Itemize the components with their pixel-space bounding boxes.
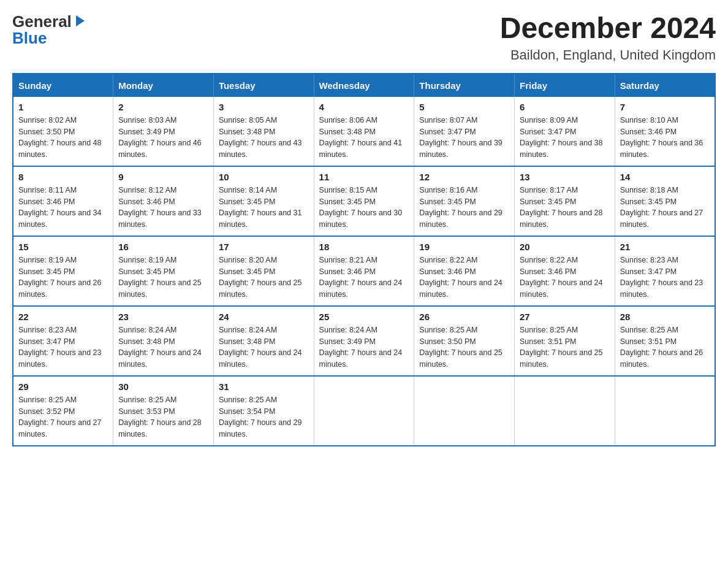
calendar-cell: 29Sunrise: 8:25 AMSunset: 3:52 PMDayligh… (13, 376, 113, 446)
day-info: Sunrise: 8:07 AMSunset: 3:47 PMDaylight:… (419, 115, 509, 161)
calendar-cell (314, 376, 414, 446)
title-section: December 2024 Baildon, England, United K… (500, 12, 716, 63)
column-header-saturday: Saturday (615, 74, 715, 97)
day-info: Sunrise: 8:16 AMSunset: 3:45 PMDaylight:… (419, 185, 509, 231)
calendar-week-row: 15Sunrise: 8:19 AMSunset: 3:45 PMDayligh… (13, 236, 715, 306)
day-info: Sunrise: 8:25 AMSunset: 3:54 PMDaylight:… (219, 394, 309, 440)
calendar-cell: 9Sunrise: 8:12 AMSunset: 3:46 PMDaylight… (113, 166, 214, 236)
location-label: Baildon, England, United Kingdom (500, 47, 716, 63)
day-info: Sunrise: 8:21 AMSunset: 3:46 PMDaylight:… (319, 255, 409, 301)
day-info: Sunrise: 8:22 AMSunset: 3:46 PMDaylight:… (419, 255, 509, 301)
logo-blue-text: Blue (12, 29, 47, 48)
day-number: 19 (419, 242, 509, 252)
day-info: Sunrise: 8:15 AMSunset: 3:45 PMDaylight:… (319, 185, 409, 231)
day-number: 21 (620, 242, 710, 252)
day-info: Sunrise: 8:24 AMSunset: 3:49 PMDaylight:… (319, 324, 409, 370)
column-header-sunday: Sunday (13, 74, 113, 97)
day-info: Sunrise: 8:25 AMSunset: 3:51 PMDaylight:… (520, 324, 610, 370)
day-info: Sunrise: 8:24 AMSunset: 3:48 PMDaylight:… (219, 324, 309, 370)
day-number: 12 (419, 172, 509, 182)
day-number: 17 (219, 242, 309, 252)
day-info: Sunrise: 8:24 AMSunset: 3:48 PMDaylight:… (118, 324, 208, 370)
calendar-cell: 7Sunrise: 8:10 AMSunset: 3:46 PMDaylight… (615, 97, 715, 166)
day-info: Sunrise: 8:06 AMSunset: 3:48 PMDaylight:… (319, 115, 409, 161)
calendar-table: SundayMondayTuesdayWednesdayThursdayFrid… (12, 73, 716, 446)
calendar-cell: 23Sunrise: 8:24 AMSunset: 3:48 PMDayligh… (113, 306, 214, 376)
day-info: Sunrise: 8:18 AMSunset: 3:45 PMDaylight:… (620, 185, 710, 231)
calendar-cell: 22Sunrise: 8:23 AMSunset: 3:47 PMDayligh… (13, 306, 113, 376)
calendar-cell: 4Sunrise: 8:06 AMSunset: 3:48 PMDaylight… (314, 97, 414, 166)
calendar-cell: 15Sunrise: 8:19 AMSunset: 3:45 PMDayligh… (13, 236, 113, 306)
calendar-week-row: 29Sunrise: 8:25 AMSunset: 3:52 PMDayligh… (13, 376, 715, 446)
day-number: 8 (18, 172, 108, 182)
day-info: Sunrise: 8:23 AMSunset: 3:47 PMDaylight:… (620, 255, 710, 301)
day-number: 13 (520, 172, 610, 182)
day-info: Sunrise: 8:22 AMSunset: 3:46 PMDaylight:… (520, 255, 610, 301)
calendar-cell (414, 376, 515, 446)
day-info: Sunrise: 8:25 AMSunset: 3:53 PMDaylight:… (118, 394, 208, 440)
column-header-wednesday: Wednesday (314, 74, 414, 97)
day-number: 22 (18, 312, 108, 322)
calendar-cell: 5Sunrise: 8:07 AMSunset: 3:47 PMDaylight… (414, 97, 515, 166)
calendar-cell: 20Sunrise: 8:22 AMSunset: 3:46 PMDayligh… (515, 236, 615, 306)
day-number: 18 (319, 242, 409, 252)
calendar-cell: 18Sunrise: 8:21 AMSunset: 3:46 PMDayligh… (314, 236, 414, 306)
day-number: 28 (620, 312, 710, 322)
calendar-cell: 14Sunrise: 8:18 AMSunset: 3:45 PMDayligh… (615, 166, 715, 236)
calendar-week-row: 22Sunrise: 8:23 AMSunset: 3:47 PMDayligh… (13, 306, 715, 376)
calendar-cell: 8Sunrise: 8:11 AMSunset: 3:46 PMDaylight… (13, 166, 113, 236)
day-info: Sunrise: 8:17 AMSunset: 3:45 PMDaylight:… (520, 185, 610, 231)
day-number: 7 (620, 102, 710, 112)
calendar-cell: 12Sunrise: 8:16 AMSunset: 3:45 PMDayligh… (414, 166, 515, 236)
day-info: Sunrise: 8:19 AMSunset: 3:45 PMDaylight:… (118, 255, 208, 301)
day-number: 5 (419, 102, 509, 112)
calendar-cell: 10Sunrise: 8:14 AMSunset: 3:45 PMDayligh… (213, 166, 314, 236)
calendar-cell: 17Sunrise: 8:20 AMSunset: 3:45 PMDayligh… (213, 236, 314, 306)
page-header: General Blue December 2024 Baildon, Engl… (12, 12, 716, 63)
day-info: Sunrise: 8:19 AMSunset: 3:45 PMDaylight:… (18, 255, 108, 301)
day-number: 10 (219, 172, 309, 182)
day-info: Sunrise: 8:03 AMSunset: 3:49 PMDaylight:… (118, 115, 208, 161)
day-info: Sunrise: 8:14 AMSunset: 3:45 PMDaylight:… (219, 185, 309, 231)
calendar-cell: 30Sunrise: 8:25 AMSunset: 3:53 PMDayligh… (113, 376, 214, 446)
month-title: December 2024 (500, 12, 716, 45)
day-info: Sunrise: 8:20 AMSunset: 3:45 PMDaylight:… (219, 255, 309, 301)
day-info: Sunrise: 8:12 AMSunset: 3:46 PMDaylight:… (118, 185, 208, 231)
calendar-cell: 31Sunrise: 8:25 AMSunset: 3:54 PMDayligh… (213, 376, 314, 446)
calendar-cell: 19Sunrise: 8:22 AMSunset: 3:46 PMDayligh… (414, 236, 515, 306)
day-number: 26 (419, 312, 509, 322)
column-header-tuesday: Tuesday (213, 74, 314, 97)
day-number: 20 (520, 242, 610, 252)
calendar-cell: 16Sunrise: 8:19 AMSunset: 3:45 PMDayligh… (113, 236, 214, 306)
day-info: Sunrise: 8:09 AMSunset: 3:47 PMDaylight:… (520, 115, 610, 161)
column-header-monday: Monday (113, 74, 214, 97)
column-header-thursday: Thursday (414, 74, 515, 97)
calendar-week-row: 1Sunrise: 8:02 AMSunset: 3:50 PMDaylight… (13, 97, 715, 166)
calendar-cell: 11Sunrise: 8:15 AMSunset: 3:45 PMDayligh… (314, 166, 414, 236)
day-number: 9 (118, 172, 208, 182)
day-number: 6 (520, 102, 610, 112)
day-info: Sunrise: 8:25 AMSunset: 3:50 PMDaylight:… (419, 324, 509, 370)
day-info: Sunrise: 8:25 AMSunset: 3:52 PMDaylight:… (18, 394, 108, 440)
calendar-cell: 13Sunrise: 8:17 AMSunset: 3:45 PMDayligh… (515, 166, 615, 236)
day-number: 11 (319, 172, 409, 182)
calendar-week-row: 8Sunrise: 8:11 AMSunset: 3:46 PMDaylight… (13, 166, 715, 236)
calendar-cell: 2Sunrise: 8:03 AMSunset: 3:49 PMDaylight… (113, 97, 214, 166)
day-number: 27 (520, 312, 610, 322)
day-number: 25 (319, 312, 409, 322)
calendar-cell: 1Sunrise: 8:02 AMSunset: 3:50 PMDaylight… (13, 97, 113, 166)
column-header-friday: Friday (515, 74, 615, 97)
calendar-header-row: SundayMondayTuesdayWednesdayThursdayFrid… (13, 74, 715, 97)
day-number: 24 (219, 312, 309, 322)
day-number: 30 (118, 381, 208, 392)
day-number: 14 (620, 172, 710, 182)
day-info: Sunrise: 8:23 AMSunset: 3:47 PMDaylight:… (18, 324, 108, 370)
day-number: 2 (118, 102, 208, 112)
calendar-cell: 24Sunrise: 8:24 AMSunset: 3:48 PMDayligh… (213, 306, 314, 376)
day-number: 3 (219, 102, 309, 112)
calendar-cell: 6Sunrise: 8:09 AMSunset: 3:47 PMDaylight… (515, 97, 615, 166)
day-info: Sunrise: 8:11 AMSunset: 3:46 PMDaylight:… (18, 185, 108, 231)
day-number: 23 (118, 312, 208, 322)
day-info: Sunrise: 8:25 AMSunset: 3:51 PMDaylight:… (620, 324, 710, 370)
calendar-cell: 21Sunrise: 8:23 AMSunset: 3:47 PMDayligh… (615, 236, 715, 306)
